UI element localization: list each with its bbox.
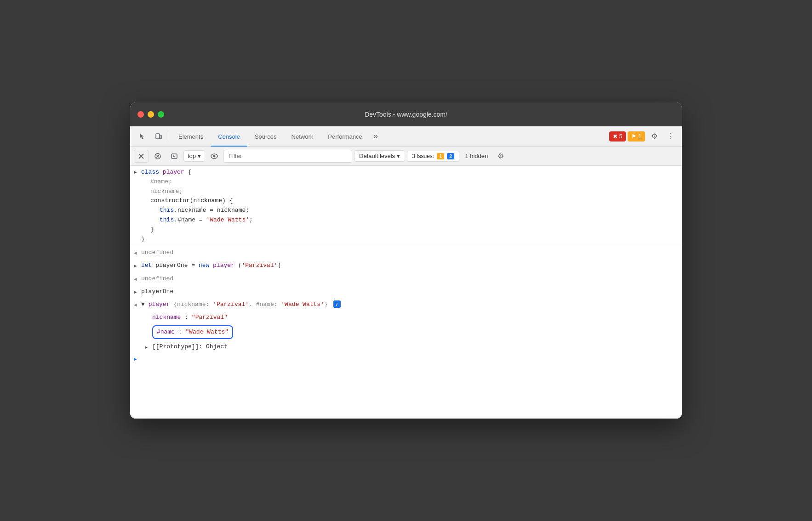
tab-network[interactable]: Network <box>284 126 321 147</box>
tab-elements[interactable]: Elements <box>171 126 211 147</box>
gear-icon: ⚙ <box>651 132 658 141</box>
more-tabs-button[interactable]: » <box>370 126 382 146</box>
window-title: DevTools - www.google.com/ <box>365 111 447 118</box>
more-options-button[interactable]: ⋮ <box>663 129 678 144</box>
tab-right-buttons: ✖ 5 ⚑ 1 ⚙ ⋮ <box>609 126 678 146</box>
minimize-button[interactable] <box>148 111 154 118</box>
expand-arrow[interactable]: ▶ <box>134 262 137 271</box>
stop-icon <box>154 153 161 159</box>
more-icon: ⋮ <box>667 132 675 141</box>
console-return-undefined-2: ◀ undefined <box>130 272 682 285</box>
console-output[interactable]: ▶ class player { #name; nickname; constr… <box>130 166 682 419</box>
clear-icon <box>138 153 144 159</box>
eye-button[interactable] <box>207 150 222 163</box>
cursor-icon <box>138 133 146 140</box>
svg-rect-1 <box>160 135 161 139</box>
device-toolbar-button[interactable] <box>150 126 167 147</box>
warning-badge-button[interactable]: ⚑ 1 <box>628 131 645 142</box>
tab-bar: Elements Console Sources Network Perform… <box>130 126 682 147</box>
chevron-down-icon: ▾ <box>198 153 201 159</box>
error-badge-button[interactable]: ✖ 5 <box>609 131 626 142</box>
collapse-arrow: ◀ <box>134 301 137 310</box>
svg-point-5 <box>213 155 216 157</box>
settings-console-button[interactable]: ⚙ <box>493 149 508 164</box>
return-arrow: ◀ <box>134 275 137 284</box>
tab-console[interactable]: Console <box>211 126 247 147</box>
console-entry-playerone: ▶ let playerOne = new player ('Parzival'… <box>130 259 682 272</box>
highlight-box: #name : "Wade Watts" <box>152 325 233 339</box>
context-selector[interactable]: top ▾ <box>183 150 205 162</box>
titlebar: DevTools - www.google.com/ <box>130 102 682 126</box>
error-icon: ✖ <box>613 133 618 140</box>
prop-name-highlighted: #name : "Wade Watts" <box>130 324 682 340</box>
issues-badge[interactable]: 3 Issues: 1 2 <box>407 151 459 162</box>
issues-warning-count: 1 <box>437 153 444 159</box>
console-toolbar: top ▾ Default levels ▾ 3 Issues: 1 2 1 h… <box>130 147 682 166</box>
expand-arrow[interactable]: ▶ <box>134 169 137 177</box>
small-expand-arrow[interactable]: ▶ <box>145 344 148 351</box>
tab-sources[interactable]: Sources <box>247 126 284 147</box>
gear-icon: ⚙ <box>497 152 504 160</box>
chevron-down-icon: ▾ <box>397 153 400 159</box>
eye-icon <box>211 153 218 159</box>
issues-info-count: 2 <box>447 153 454 159</box>
levels-selector[interactable]: Default levels ▾ <box>354 150 405 162</box>
tab-separator <box>169 130 169 142</box>
expand-arrow[interactable]: ▶ <box>134 288 137 297</box>
context-value: top <box>188 153 196 159</box>
play-icon <box>171 153 177 159</box>
hidden-button[interactable]: 1 hidden <box>461 151 492 161</box>
svg-rect-0 <box>156 134 160 139</box>
info-icon[interactable]: i <box>333 300 341 308</box>
filter-input[interactable] <box>223 150 352 163</box>
maximize-button[interactable] <box>158 111 164 118</box>
settings-button[interactable]: ⚙ <box>647 129 662 144</box>
devtools-window: DevTools - www.google.com/ Elements Cons… <box>130 102 682 419</box>
console-entry-playerone-ref: ▶ playerOne <box>130 285 682 298</box>
tab-spacer <box>382 126 609 146</box>
inspect-element-button[interactable] <box>134 126 150 147</box>
prop-nickname: nickname : "Parzival" <box>130 311 682 324</box>
cursor-prompt: ▶ <box>134 356 137 362</box>
console-entry-class: ▶ class player { #name; nickname; constr… <box>130 166 682 246</box>
console-expanded-player: ◀ ▼ player {nickname: 'Parzival', #name:… <box>130 298 682 311</box>
levels-label: Default levels <box>359 153 395 159</box>
stop-script-button[interactable] <box>150 150 165 163</box>
return-arrow: ◀ <box>134 249 137 258</box>
run-script-button[interactable] <box>167 150 182 163</box>
warning-icon: ⚑ <box>631 133 636 140</box>
close-button[interactable] <box>137 111 144 118</box>
prop-prototype: ▶ [[Prototype]]: Object <box>130 340 682 353</box>
console-cursor-row[interactable]: ▶ <box>130 353 682 359</box>
clear-console-button[interactable] <box>134 150 149 163</box>
issues-label: 3 Issues: <box>412 153 434 159</box>
window-controls <box>137 111 164 118</box>
console-return-undefined-1: ◀ undefined <box>130 246 682 259</box>
device-icon <box>155 133 162 140</box>
tab-performance[interactable]: Performance <box>320 126 369 147</box>
hidden-label: 1 hidden <box>465 153 488 159</box>
